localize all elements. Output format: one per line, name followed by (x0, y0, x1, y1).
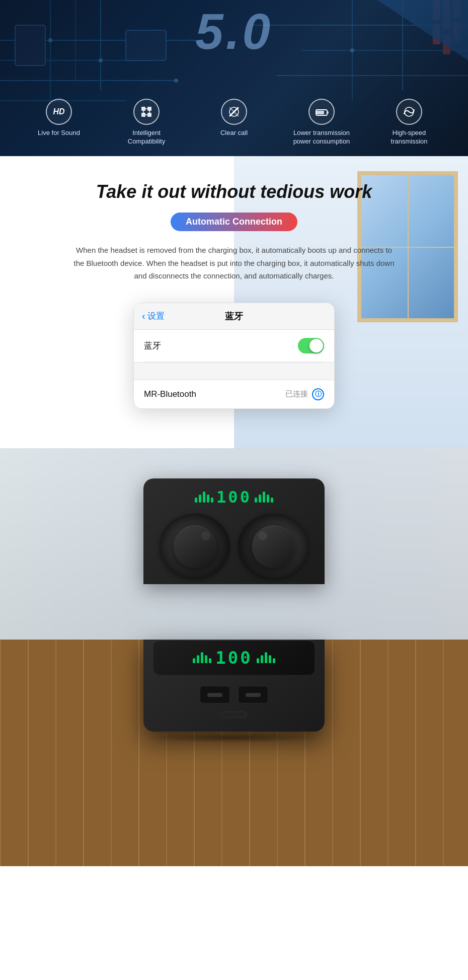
back-chevron-icon: ‹ (142, 310, 145, 322)
led-bar (193, 658, 195, 663)
feature-intelligent: Intelligent Compatibility (116, 99, 177, 146)
feature-lower-transmission-label: Lower transmission power consumption (291, 129, 352, 146)
phone-ui-mockup: ‹ 设置 蓝牙 蓝牙 MR-Bluetooth 已连接 ⓘ (133, 303, 335, 409)
led-bar (201, 652, 203, 663)
phone-section-divider (134, 362, 334, 380)
phone-bluetooth-section: 蓝牙 (134, 330, 334, 362)
right-earbud-slot (238, 514, 308, 579)
led-bar (259, 495, 261, 503)
lower-transmission-icon (308, 99, 335, 125)
connected-status: 已连接 ⓘ (285, 388, 324, 400)
box-base: 100 (143, 640, 325, 732)
charging-pin-r (246, 693, 261, 697)
feature-clear-call-label: Clear call (220, 129, 248, 137)
automatic-connection-badge: Automatic Connection (171, 213, 297, 231)
led-bar (195, 498, 197, 503)
charging-pin (207, 693, 222, 697)
led-display-top: 100 (153, 487, 315, 507)
feature-live-sound: HD Live for Sound (29, 99, 89, 137)
charging-ports (153, 679, 315, 708)
box-lid: 100 (143, 478, 325, 584)
bluetooth-device-row[interactable]: MR-Bluetooth 已连接 ⓘ (134, 380, 334, 408)
auto-connection-section: Take it out without tedious work Automat… (0, 156, 468, 448)
charging-box-open: 100 (143, 478, 325, 640)
led-bar (211, 498, 213, 503)
phone-header: ‹ 设置 蓝牙 (134, 303, 334, 330)
main-title: Take it out without tedious work (30, 181, 438, 202)
phone-back-button[interactable]: ‹ 设置 (142, 310, 165, 322)
svg-point-18 (350, 48, 354, 52)
phone-bluetooth-title: 蓝牙 (225, 310, 243, 322)
led-bar (271, 498, 273, 503)
features-row: HD Live for Sound Intelligent Compatibil… (0, 99, 468, 146)
led-bar (197, 655, 199, 663)
svg-rect-14 (126, 30, 166, 60)
usb-port-area (153, 708, 315, 722)
toggle-knob (309, 339, 323, 353)
led-bar (267, 495, 269, 503)
product-upper-section: 100 (0, 448, 468, 640)
svg-rect-27 (147, 107, 151, 111)
high-speed-icon (396, 99, 422, 125)
connected-label: 已连接 (285, 389, 308, 399)
led-bars-bottom-right (257, 652, 275, 663)
bluetooth-version: 5.0 (195, 3, 273, 60)
svg-rect-37 (327, 111, 329, 114)
led-bar (273, 658, 275, 663)
led-bar (205, 655, 207, 663)
clear-call-icon (221, 99, 247, 125)
svg-point-16 (99, 58, 103, 62)
feature-clear-call: Clear call (204, 99, 264, 137)
led-bar (199, 495, 201, 503)
led-bar (261, 655, 263, 663)
wood-table-section: 100 (0, 640, 468, 866)
info-circle-icon[interactable]: ⓘ (312, 388, 324, 400)
auto-content: Take it out without tedious work Automat… (30, 181, 438, 409)
svg-rect-28 (141, 113, 145, 117)
led-bar (209, 658, 211, 663)
settings-back-label: 设置 (147, 310, 165, 322)
svg-rect-36 (316, 111, 324, 114)
right-earbud (252, 525, 295, 568)
svg-rect-13 (15, 25, 45, 65)
led-bars-left (195, 492, 213, 503)
led-display-bottom: 100 (153, 640, 315, 675)
device-name: MR-Bluetooth (144, 389, 196, 399)
bluetooth-toggle[interactable] (298, 338, 324, 354)
usb-port (221, 712, 247, 718)
right-charging-port (238, 686, 268, 704)
led-bar (265, 652, 267, 663)
left-charging-port (200, 686, 230, 704)
led-bar (255, 498, 257, 503)
svg-rect-26 (141, 107, 145, 111)
bluetooth-toggle-row: 蓝牙 (144, 330, 324, 362)
intelligent-icon (133, 99, 160, 125)
earbud-highlight-r (258, 531, 267, 540)
feature-high-speed-label: High-speed transmission (379, 129, 439, 146)
svg-point-15 (48, 38, 52, 42)
top-banner: 5.0 HD Live for Sound (0, 0, 468, 156)
led-bar (263, 492, 265, 503)
bluetooth-label: 蓝牙 (144, 340, 161, 352)
auto-description: When the headset is removed from the cha… (73, 244, 395, 283)
feature-live-sound-label: Live for Sound (38, 129, 80, 137)
left-earbud (174, 525, 216, 568)
led-bar (203, 492, 205, 503)
svg-rect-29 (147, 113, 151, 117)
feature-lower-transmission: Lower transmission power consumption (291, 99, 352, 146)
feature-intelligent-label: Intelligent Compatibility (116, 129, 177, 146)
box-shadow (148, 733, 320, 743)
earbud-highlight (201, 531, 210, 540)
led-bar (257, 658, 259, 663)
svg-point-17 (174, 79, 178, 83)
led-bars-right (255, 492, 273, 503)
led-bar (207, 495, 209, 503)
led-number-bottom: 100 (215, 648, 252, 668)
earbuds-in-box (153, 514, 315, 579)
left-earbud-slot (160, 514, 230, 579)
led-bar (269, 655, 271, 663)
led-number-top: 100 (216, 487, 252, 507)
hd-icon: HD (46, 99, 72, 125)
led-bars-bottom-left (193, 652, 211, 663)
feature-high-speed: High-speed transmission (379, 99, 439, 146)
